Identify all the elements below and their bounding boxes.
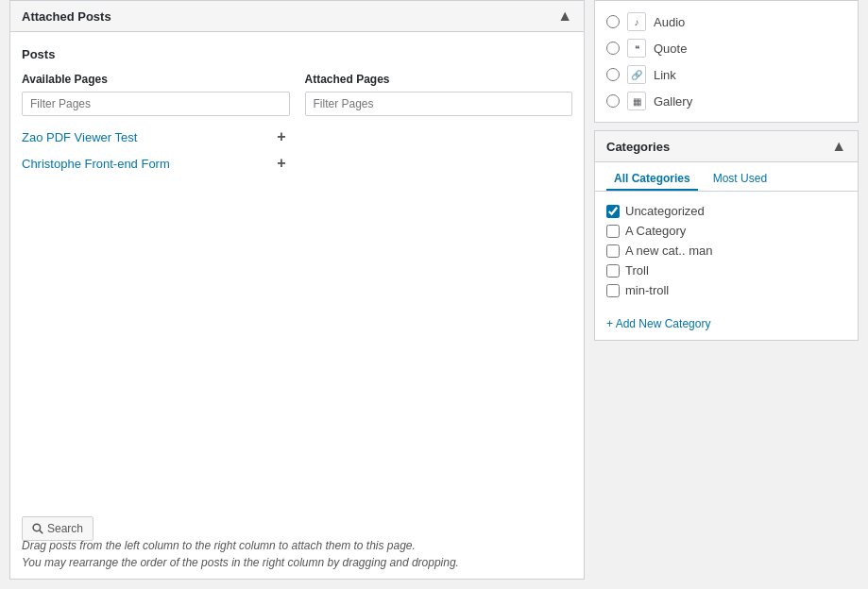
- category-checkbox-troll[interactable]: [606, 264, 620, 278]
- list-item: ▦ Gallery: [606, 88, 846, 114]
- posts-label: Posts: [22, 47, 572, 61]
- panel-body: Posts Available Pages Zao PDF Viewer Tes…: [10, 32, 584, 203]
- list-item: Zao PDF Viewer Test +: [22, 124, 290, 150]
- list-item: Christophe Front-end Form +: [22, 150, 290, 177]
- category-label-mintroll: min-troll: [625, 283, 669, 297]
- gallery-label: Gallery: [654, 94, 692, 109]
- available-pages-list: Zao PDF Viewer Test + Christophe Front-e…: [22, 124, 290, 177]
- categories-list: Uncategorized A Category A new cat.. man…: [595, 192, 858, 310]
- list-item: ❝ Quote: [606, 35, 846, 61]
- list-item: Uncategorized: [606, 201, 846, 221]
- search-icon: [32, 523, 43, 534]
- categories-title: Categories: [606, 140, 670, 154]
- category-checkbox-acategory[interactable]: [606, 225, 620, 238]
- attached-pages-label: Attached Pages: [305, 73, 573, 86]
- list-item: Troll: [606, 261, 846, 280]
- gallery-icon: ▦: [627, 92, 646, 110]
- category-label-anewcat: A new cat.. man: [625, 244, 713, 258]
- attached-posts-panel: Attached Posts ▲ Posts Available Pages Z…: [9, 0, 585, 580]
- available-pages-filter[interactable]: [22, 92, 290, 116]
- format-box: ♪ Audio ❝ Quote 🔗 Link ▦ Gallery: [594, 0, 859, 123]
- cat-tabs: All Categories Most Used: [595, 162, 858, 192]
- audio-radio[interactable]: [606, 15, 620, 28]
- hint-text: Drag posts from the left column to the r…: [22, 537, 572, 571]
- columns-row: Available Pages Zao PDF Viewer Test + Ch…: [22, 73, 572, 177]
- available-pages-label: Available Pages: [22, 73, 290, 86]
- panel-title: Attached Posts: [22, 9, 111, 24]
- hint-line2: You may rearrange the order of the posts…: [22, 556, 459, 569]
- add-page-icon-christophe[interactable]: +: [273, 154, 289, 173]
- category-checkbox-anewcat[interactable]: [606, 244, 620, 258]
- audio-label: Audio: [654, 15, 685, 29]
- categories-header: Categories ▲: [595, 131, 858, 162]
- list-item: A Category: [606, 221, 846, 241]
- tab-all-categories[interactable]: All Categories: [606, 168, 698, 191]
- category-checkbox-uncategorized[interactable]: [606, 205, 620, 218]
- quote-icon: ❝: [627, 39, 646, 58]
- quote-radio[interactable]: [606, 42, 620, 55]
- add-new-category-link[interactable]: + Add New Category: [595, 310, 858, 340]
- right-panel: ♪ Audio ❝ Quote 🔗 Link ▦ Gallery: [594, 0, 859, 580]
- attached-pages-column: Attached Pages: [305, 73, 573, 177]
- svg-line-1: [40, 530, 43, 533]
- gallery-radio[interactable]: [606, 94, 620, 108]
- hint-line1: Drag posts from the left column to the r…: [22, 539, 416, 552]
- category-label-acategory: A Category: [625, 224, 686, 238]
- audio-icon: ♪: [627, 12, 646, 31]
- link-label: Link: [654, 68, 676, 82]
- categories-box: Categories ▲ All Categories Most Used Un…: [594, 130, 859, 341]
- category-label-troll: Troll: [625, 263, 649, 278]
- link-radio[interactable]: [606, 68, 620, 81]
- list-item: min-troll: [606, 280, 846, 300]
- search-button-label: Search: [47, 522, 83, 535]
- list-item: A new cat.. man: [606, 241, 846, 261]
- list-item: ♪ Audio: [606, 8, 846, 35]
- attached-pages-filter[interactable]: [305, 92, 573, 116]
- quote-label: Quote: [654, 42, 687, 56]
- available-pages-column: Available Pages Zao PDF Viewer Test + Ch…: [22, 73, 290, 177]
- tab-most-used[interactable]: Most Used: [706, 168, 774, 191]
- add-page-icon-zao[interactable]: +: [273, 127, 289, 146]
- toggle-icon[interactable]: ▲: [557, 8, 572, 24]
- category-label-uncategorized: Uncategorized: [625, 204, 705, 218]
- link-icon: 🔗: [627, 65, 646, 84]
- page-link-christophe[interactable]: Christophe Front-end Form: [22, 157, 170, 171]
- format-list: ♪ Audio ❝ Quote 🔗 Link ▦ Gallery: [595, 1, 858, 122]
- svg-point-0: [33, 524, 41, 531]
- list-item: 🔗 Link: [606, 61, 846, 88]
- category-checkbox-mintroll[interactable]: [606, 284, 620, 297]
- panel-header: Attached Posts ▲: [10, 1, 584, 32]
- categories-toggle-icon[interactable]: ▲: [831, 139, 846, 154]
- page-link-zao[interactable]: Zao PDF Viewer Test: [22, 130, 137, 144]
